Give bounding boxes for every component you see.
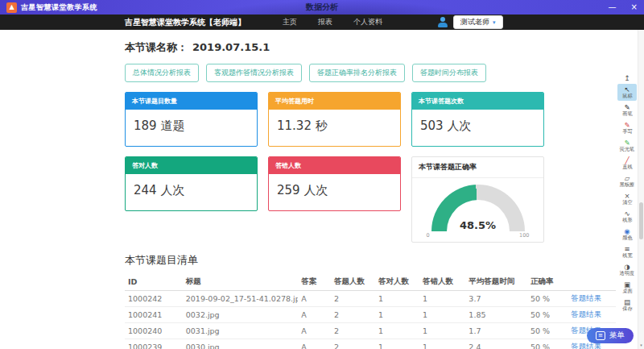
tool-opacity[interactable]: ◑透明度 [617, 261, 637, 278]
window-controls: — × [609, 3, 638, 11]
line-width-icon: ≡ [624, 246, 630, 253]
lesson-name: 2019.07.15.1 [192, 41, 270, 53]
gauge-min-label: 0 [427, 232, 430, 239]
nav-item-profile[interactable]: 个人资料 [353, 17, 382, 27]
tool-color[interactable]: ◉颜色 [617, 226, 637, 243]
tool-save[interactable]: ▤保存 [617, 297, 637, 314]
report-buttons-row: 总体情况分析报表客观题作答情况分析报表答题正确率排名分析报表答题时间分布报表 [125, 64, 617, 82]
tool-mouse[interactable]: ↖鼠标 [617, 84, 637, 101]
user-dropdown-button[interactable]: 测试老师 ▾ [453, 15, 503, 29]
tool-eraser[interactable]: ▱黑板擦 [617, 172, 637, 189]
table-header-row: ID标题答案答题人数答对人数答错人数平均答题时间正确率 [125, 273, 616, 291]
stat-card: 本节课题目数量189 道题 [125, 92, 258, 147]
stat-cards-row-2: 答对人数244 人次答错人数259 人次 本节课答题正确率 48.5% 0 10… [125, 156, 617, 243]
user-name: 测试老师 [460, 17, 489, 27]
gauge-scale: 0 100 [427, 232, 530, 239]
table-cell: 3.7 [465, 291, 527, 307]
stat-card-title: 答错人数 [269, 157, 400, 174]
stat-card-value: 259 人次 [269, 174, 400, 210]
collapse-toolbar-icon[interactable]: ↥ [624, 75, 630, 82]
report-button-accuracy-rank[interactable]: 答题正确率排名分析报表 [309, 64, 405, 82]
table-cell: 0032.jpg [183, 307, 299, 323]
tool-label: 手写 [622, 129, 632, 134]
stat-card-value: 503 人次 [412, 110, 543, 146]
stat-card: 平均答题用时11.32 秒 [268, 92, 401, 147]
table-cell: 2.4 [465, 339, 527, 349]
column-header: 平均答题时间 [465, 273, 527, 291]
save-icon: ▤ [624, 299, 630, 306]
table-cell: 50 % [527, 307, 568, 323]
table-cell: 1 [419, 339, 465, 349]
app-window: ▲ 吉星智慧课堂教学系统 数据分析 — × 吉星智慧课堂教学系统【老师端】 主页… [0, 0, 644, 349]
app-title: 吉星智慧课堂教学系统 [21, 2, 97, 13]
stat-card: 本节课答题次数503 人次 [411, 92, 544, 147]
column-header [568, 273, 616, 291]
lesson-label: 本节课名称： [125, 41, 188, 53]
right-toolbar-tools: ↖鼠标✎画笔✎手写✎荧光笔╱直线▱黑板擦×清空∿线形◉颜色≡线宽◑透明度▣桌面▤… [617, 84, 637, 314]
tool-line-style[interactable]: ∿线形 [617, 208, 637, 225]
column-header: 答错人数 [419, 273, 465, 291]
tool-label: 荧光笔 [620, 147, 635, 152]
table-cell: 1000240 [125, 323, 183, 339]
table-title: 本节课题目清单 [125, 253, 617, 268]
report-button-overall[interactable]: 总体情况分析报表 [125, 64, 199, 82]
scrollbar-thumb[interactable] [639, 202, 643, 239]
report-button-objective[interactable]: 客观题作答情况分析报表 [206, 64, 302, 82]
table-cell: 2 [331, 291, 375, 307]
nav-item-reports[interactable]: 报表 [318, 17, 332, 27]
tool-label: 保存 [622, 306, 632, 311]
tool-label: 黑板擦 [620, 182, 635, 187]
tool-straight-line[interactable]: ╱直线 [617, 155, 637, 172]
column-header: 正确率 [527, 273, 568, 291]
minimize-icon[interactable]: — [609, 3, 617, 11]
highlighter-icon: ✎ [624, 139, 630, 147]
answer-result-link[interactable]: 答题结果 [571, 310, 601, 318]
table-body: 10002422019-09-02_17-51-41.0278.jpgA2113… [125, 291, 616, 349]
handwrite-icon: ✎ [624, 122, 630, 129]
report-button-time-dist[interactable]: 答题时间分布报表 [412, 64, 486, 82]
table-cell: 0031.jpg [183, 323, 299, 339]
table-cell: 50 % [527, 323, 568, 339]
tool-highlighter[interactable]: ✎荧光笔 [617, 137, 637, 154]
tool-label: 直线 [622, 164, 632, 169]
table-cell: A [298, 307, 331, 323]
chevron-down-icon: ▾ [493, 19, 496, 26]
stat-card-value: 244 人次 [126, 174, 257, 210]
table-cell: A [298, 339, 331, 349]
stat-cards-row-1: 本节课题目数量189 道题平均答题用时11.32 秒本节课答题次数503 人次 [125, 92, 617, 147]
scroll-down-icon[interactable]: ▾ [638, 343, 644, 347]
stat-card: 答错人数259 人次 [268, 156, 401, 211]
stat-card-value: 11.32 秒 [269, 110, 400, 146]
column-header: 答案 [298, 273, 331, 291]
desktop-icon: ▣ [624, 281, 630, 289]
mouse-icon: ↖ [624, 86, 630, 93]
vertical-scrollbar[interactable]: ▴ ▾ [638, 15, 644, 349]
column-header: 标题 [183, 273, 299, 291]
tool-handwrite[interactable]: ✎手写 [617, 119, 637, 136]
table-cell: 1 [375, 339, 419, 349]
nav-item-home[interactable]: 主页 [283, 17, 297, 27]
close-icon[interactable]: × [631, 3, 638, 11]
table-cell: 1 [375, 291, 419, 307]
table-cell: 1.7 [465, 323, 527, 339]
tool-line-width[interactable]: ≡线宽 [617, 243, 637, 260]
stat-card-value: 189 道题 [126, 110, 257, 146]
main-content: 本节课名称：2019.07.15.1 总体情况分析报表客观题作答情况分析报表答题… [0, 30, 617, 349]
answer-result-link[interactable]: 答题结果 [571, 293, 601, 302]
table-cell: 50 % [527, 291, 568, 307]
app-logo-icon: ▲ [6, 2, 17, 13]
gauge-card: 本节课答题正确率 48.5% 0 100 [411, 156, 544, 243]
table-row: 10002422019-09-02_17-51-41.0278.jpgA2113… [125, 291, 616, 307]
menu-button[interactable]: ≡ 菜单 [587, 328, 634, 343]
straight-line-icon: ╱ [625, 157, 629, 164]
titlebar: ▲ 吉星智慧课堂教学系统 数据分析 — × [0, 0, 644, 15]
tool-pen[interactable]: ✎画笔 [617, 102, 637, 118]
gauge-card-title: 本节课答题正确率 [412, 157, 543, 178]
navbar: 吉星智慧课堂教学系统【老师端】 主页报表个人资料 测试老师 ▾ [0, 15, 644, 30]
table-cell: 2 [331, 307, 375, 323]
table-cell: 50 % [527, 339, 568, 349]
tool-desktop[interactable]: ▣桌面 [617, 279, 637, 296]
table-cell: 2 [331, 323, 375, 339]
tool-clear[interactable]: ×清空 [617, 190, 637, 207]
stat-card: 答对人数244 人次 [125, 156, 258, 211]
